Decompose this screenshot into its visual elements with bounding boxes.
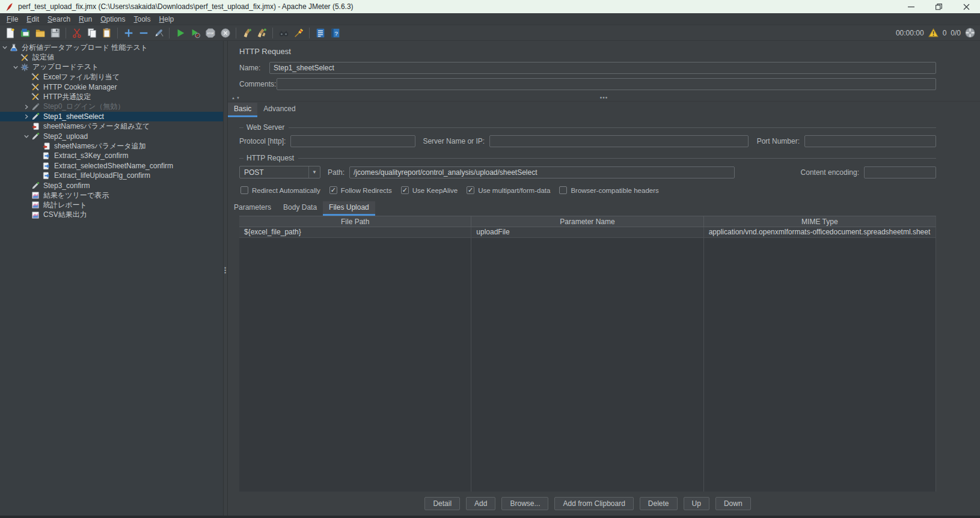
menu-run[interactable]: Run [75,14,96,25]
menu-edit[interactable]: Edit [22,14,43,25]
search-reset-icon[interactable] [291,26,306,40]
checkbox-browser-compatible-headers[interactable]: Browser-compatible headers [559,186,658,194]
menu-search[interactable]: Search [43,14,75,25]
tree-item[interactable]: sheetNamesパラメータ追加 [0,141,223,151]
config-tools-icon [20,53,29,62]
content-encoding-input[interactable] [864,166,936,178]
column-header[interactable]: File Path [239,216,471,227]
table-cell[interactable]: application/vnd.openxmlformats-officedoc… [704,227,936,238]
splitter-dots-icon[interactable]: ••• [600,94,608,101]
log-warnings-icon[interactable] [928,28,939,37]
column-header[interactable]: MIME Type [704,216,936,227]
tree-item[interactable]: Extract_selectedSheetName_confirm [0,161,223,171]
shutdown-icon[interactable] [218,26,233,40]
remove-icon[interactable] [136,26,151,40]
tree-item[interactable]: 結果をツリーで表示 [0,190,223,200]
tree-item[interactable]: Excelファイル割り当て [0,72,223,82]
tree-item[interactable]: sheetNamesパラメータ組み立て [0,121,223,131]
tree-item[interactable]: HTTP Cookie Manager [0,82,223,92]
tab-files-upload[interactable]: Files Upload [323,201,375,216]
tree-item[interactable]: Extract_lifeUploadFlg_confirm [0,171,223,180]
cut-icon[interactable] [69,26,84,40]
port-input[interactable] [804,135,936,147]
header-collapse-bar[interactable]: ▲▼ ••• [228,94,980,102]
tree-item[interactable]: アップロードテスト [0,62,223,72]
add-button[interactable]: Add [466,497,495,510]
chevron-down-icon[interactable] [11,65,20,70]
tree-item-label: Extract_s3Key_confirm [54,151,128,160]
checkbox-use-keepalive[interactable]: Use KeepAlive [401,186,458,194]
checkbox-icon[interactable] [401,186,409,194]
method-select[interactable]: POST ▼ [239,166,320,178]
minimize-button[interactable] [897,0,925,13]
table-cell[interactable]: uploadFile [471,227,703,238]
search-icon[interactable] [276,26,291,40]
splitter-grip-icon[interactable]: ••• [224,267,226,274]
down-button[interactable]: Down [715,497,751,510]
stop-icon[interactable]: STOP [203,26,218,40]
menu-options[interactable]: Options [96,14,129,25]
chevron-right-icon[interactable] [22,114,31,119]
add-from-clipboard-button[interactable]: Add from Clipboard [554,497,633,510]
restore-button[interactable] [925,0,952,13]
tab-parameters[interactable]: Parameters [228,201,277,216]
menu-tools[interactable]: Tools [130,14,155,25]
open-folder-icon[interactable] [32,26,47,40]
toolbar-separator [272,28,273,38]
start-icon[interactable] [173,26,188,40]
collapse-arrows-icon[interactable]: ▲▼ [231,96,241,100]
tree-item[interactable]: Extract_s3Key_confirm [0,151,223,160]
browse-button[interactable]: Browse... [501,497,548,510]
chevron-down-icon[interactable] [22,134,31,139]
server-name-input[interactable] [489,135,749,147]
menu-file[interactable]: File [2,14,22,25]
checkbox-use-multipart-form-data[interactable]: Use multipart/form-data [467,186,550,194]
checkbox-icon[interactable] [240,186,248,194]
tree-item[interactable]: Step2_upload [0,132,223,141]
function-helper-icon[interactable] [313,26,328,40]
menu-help[interactable]: Help [155,14,179,25]
chevron-right-icon[interactable] [22,105,31,109]
table-cell[interactable]: ${excel_file_path} [239,227,471,238]
tree-item[interactable]: 分析値データアップロード 性能テスト [0,43,223,52]
checkbox-icon[interactable] [329,186,337,194]
tree-item[interactable]: HTTP共通設定 [0,92,223,102]
tree-item-label: Extract_selectedSheetName_confirm [54,162,173,170]
delete-button[interactable]: Delete [640,497,678,510]
checkbox-redirect-automatically[interactable]: Redirect Automatically [240,186,320,194]
add-icon[interactable] [121,26,136,40]
path-input[interactable] [349,166,735,178]
name-input[interactable] [269,62,936,74]
help-icon[interactable]: ? [328,26,343,40]
detail-button[interactable]: Detail [424,497,460,510]
up-button[interactable]: Up [684,497,709,510]
tree-item[interactable]: 統計レポート [0,200,223,210]
tree-item[interactable]: CSV結果出力 [0,210,223,220]
checkbox-icon[interactable] [467,186,474,194]
tree-item[interactable]: Step1_sheetSelect [0,112,223,121]
new-file-icon[interactable] [2,26,17,40]
column-header[interactable]: Parameter Name [471,216,703,227]
clear-icon[interactable] [239,26,254,40]
tab-advanced[interactable]: Advanced [257,103,301,117]
clear-all-icon[interactable] [254,26,269,40]
comments-input[interactable] [277,78,936,90]
tab-body-data[interactable]: Body Data [277,201,323,216]
tab-basic[interactable]: Basic [228,103,257,117]
open-template-icon[interactable] [17,26,32,40]
start-no-pauses-icon[interactable] [188,26,203,40]
checkbox-follow-redirects[interactable]: Follow Redirects [329,186,392,194]
tree-item[interactable]: Step0_ログイン（無効） [0,102,223,111]
chevron-down-icon[interactable] [0,45,10,50]
tree-splitter[interactable]: ••• [223,41,228,516]
checkbox-icon[interactable] [559,186,567,194]
edit-pen-icon[interactable] [151,26,166,40]
close-button[interactable] [952,0,980,13]
protocol-input[interactable] [290,135,415,147]
save-icon[interactable] [47,26,63,40]
tree-item-label: 結果をツリーで表示 [43,190,109,201]
tree-item[interactable]: Step3_confirm [0,180,223,190]
copy-icon[interactable] [84,26,99,40]
paste-icon[interactable] [99,26,114,40]
tree-item[interactable]: 設定値 [0,52,223,62]
